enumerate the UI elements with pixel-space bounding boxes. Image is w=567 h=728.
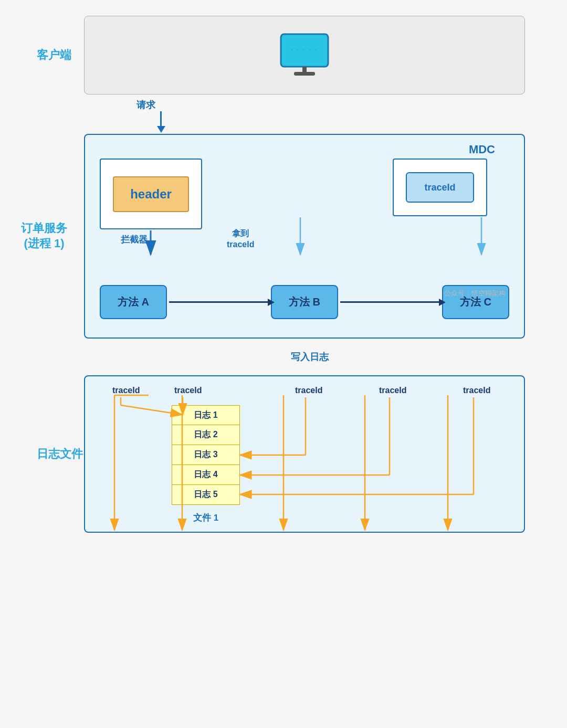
- svg-text:· · · · ·: · · · · ·: [291, 47, 318, 53]
- log-item-5: 日志 5: [172, 485, 240, 505]
- log-item-1: 日志 1: [172, 405, 240, 425]
- log3-text: 日志 3: [194, 449, 217, 460]
- traceid-inner-box: traceId: [406, 172, 474, 203]
- client-label: 客户端: [37, 47, 71, 63]
- log-item-3: 日志 3: [172, 445, 240, 465]
- log-file-section: traceId traceId traceId traceId traceId …: [84, 375, 525, 533]
- monitor-icon: · · · · ·: [278, 33, 331, 78]
- interceptor-label: 拦截器: [121, 234, 148, 246]
- header-label: header: [130, 187, 172, 202]
- log-item-4: 日志 4: [172, 465, 240, 485]
- monitor-svg: · · · · ·: [278, 33, 331, 78]
- log1-text: 日志 1: [194, 410, 217, 421]
- svg-rect-3: [294, 72, 315, 76]
- log-stack: 日志 1 日志 2 日志 3 日志 4 日志 5: [172, 405, 240, 505]
- log2-text: 日志 2: [194, 429, 217, 440]
- traceid-log-4: traceId: [379, 386, 406, 395]
- watermark: 公众号：悟空聊架构: [444, 289, 506, 298]
- svg-rect-2: [302, 67, 307, 72]
- file1-label: 文件 1: [172, 512, 240, 524]
- traceid-log-3: traceId: [295, 386, 322, 395]
- method-a-box: 方法 A: [100, 285, 167, 319]
- log-file-label: 日志文件: [37, 446, 83, 462]
- request-label: 请求: [136, 99, 155, 111]
- method-b-box: 方法 B: [271, 285, 338, 319]
- log4-text: 日志 4: [194, 469, 217, 480]
- order-service-section: MDC header traceId 拦截器 拿到 traceId: [84, 134, 525, 339]
- get-traceid-label: 拿到 traceId: [227, 228, 254, 250]
- header-outer-box: header: [100, 159, 202, 229]
- traceid-label: traceId: [424, 182, 455, 193]
- traceid-outer-box: traceId: [393, 159, 487, 216]
- log-section-arrows: [85, 376, 524, 532]
- traceid-log-2: traceId: [174, 386, 202, 395]
- client-section: · · · · ·: [84, 16, 525, 94]
- mdc-label: MDC: [469, 143, 495, 156]
- method-b-label: 方法 B: [289, 295, 320, 309]
- header-inner-box: header: [113, 176, 189, 212]
- traceid-log-5: traceId: [463, 386, 490, 395]
- log-item-2: 日志 2: [172, 425, 240, 445]
- method-a-label: 方法 A: [118, 295, 149, 309]
- traceid-log-1: traceId: [112, 386, 140, 395]
- write-log-label: 写入日志: [291, 351, 329, 363]
- log5-text: 日志 5: [194, 489, 217, 500]
- order-service-label: 订单服务 (进程 1): [21, 221, 67, 251]
